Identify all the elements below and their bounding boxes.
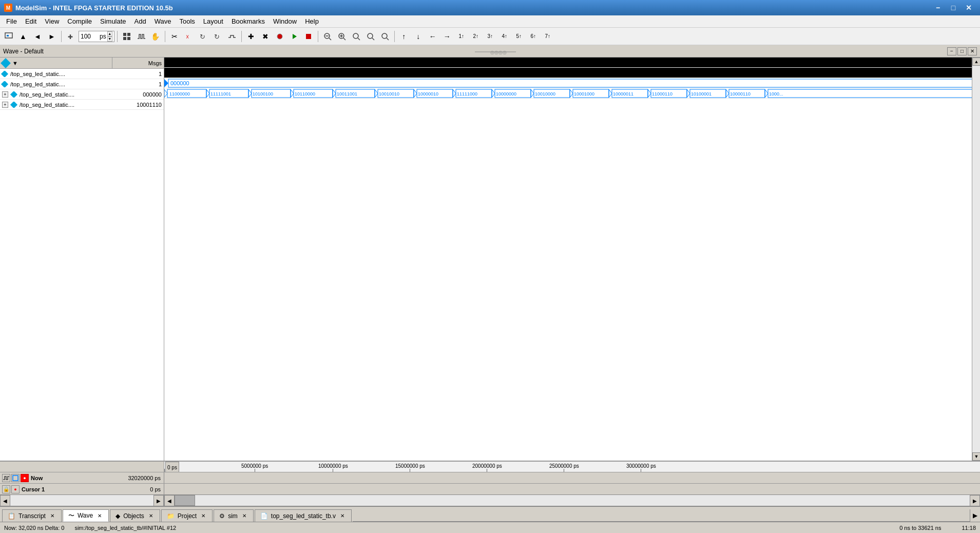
tab-wave-close[interactable]: ✕ bbox=[96, 512, 103, 519]
tb-move-btn[interactable]: ✋ bbox=[149, 30, 162, 43]
tb-cursor3-btn[interactable]: ← bbox=[426, 30, 439, 43]
tb-paste-btn[interactable]: ☓ bbox=[182, 30, 196, 43]
tab-objects[interactable]: ◆ Objects ✕ bbox=[110, 509, 160, 522]
svg-text:10100001: 10100001 bbox=[691, 91, 712, 97]
menu-compile[interactable]: Compile bbox=[63, 16, 96, 26]
menu-bookmarks[interactable]: Bookmarks bbox=[227, 16, 269, 26]
menu-window[interactable]: Window bbox=[269, 16, 301, 26]
tb-cursor1-btn[interactable]: ↑ bbox=[397, 30, 411, 43]
tb-t6-btn[interactable]: 6↑ bbox=[527, 30, 540, 43]
tab-project[interactable]: 📁 Project ✕ bbox=[161, 509, 213, 522]
tab-transcript[interactable]: 📋 Transcript ✕ bbox=[2, 509, 62, 522]
tb-zoom-sel-btn[interactable] bbox=[378, 30, 392, 43]
wave-empty-area bbox=[164, 99, 980, 304]
svg-rect-79 bbox=[13, 475, 18, 481]
vertical-scrollbar[interactable]: ▲ ▼ bbox=[972, 58, 980, 461]
tb-wave2-btn[interactable] bbox=[225, 30, 239, 43]
menu-view[interactable]: View bbox=[41, 16, 63, 26]
svg-text:11111000: 11111000 bbox=[457, 91, 477, 97]
now-icon-group: ● bbox=[2, 474, 29, 482]
tb-t7-btn[interactable]: 7↑ bbox=[541, 30, 554, 43]
menu-file[interactable]: File bbox=[2, 16, 21, 26]
expand-btn-2[interactable]: + bbox=[2, 91, 8, 98]
signal-row-2[interactable]: + /top_seg_led_static.... 000000 bbox=[0, 89, 164, 100]
hscroll-left-btn2[interactable]: ▶ bbox=[153, 495, 164, 506]
tb-zoom-in-btn[interactable] bbox=[335, 30, 349, 43]
tb-plus-btn[interactable]: ✚ bbox=[244, 30, 258, 43]
time-value-input[interactable] bbox=[81, 33, 99, 40]
signal-row-0[interactable]: /top_seg_led_static.... 1 bbox=[0, 69, 164, 79]
now-row: ● Now 32020000 ps bbox=[0, 472, 980, 484]
tab-sim[interactable]: ⚙ sim ✕ bbox=[214, 509, 254, 522]
tab-file-close[interactable]: ✕ bbox=[339, 512, 346, 520]
wave-row-1[interactable] bbox=[164, 68, 980, 78]
vscroll-up-btn[interactable]: ▲ bbox=[972, 58, 980, 66]
tab-project-label: Project bbox=[178, 512, 197, 520]
tb-undo-btn[interactable]: ↻ bbox=[197, 30, 210, 43]
obj-icon-small bbox=[11, 474, 20, 482]
hscroll-right-btn1[interactable]: ◀ bbox=[164, 495, 175, 506]
time-down-btn[interactable]: ▼ bbox=[107, 36, 112, 42]
restore-button[interactable]: □ bbox=[946, 3, 960, 13]
tb-expand-btn[interactable]: ✚ bbox=[64, 30, 78, 43]
tb-t5-btn[interactable]: 5↑ bbox=[512, 30, 526, 43]
wave-row-2[interactable]: 000000 bbox=[164, 78, 980, 88]
tb-minus-btn[interactable]: ✖ bbox=[259, 30, 272, 43]
tb-grid-btn[interactable] bbox=[120, 30, 133, 43]
tb-t1-btn[interactable]: 1↑ bbox=[455, 30, 468, 43]
wave-restore-btn[interactable]: □ bbox=[957, 47, 967, 55]
tab-wave[interactable]: 〜 Wave ✕ bbox=[63, 509, 109, 522]
tab-transcript-close[interactable]: ✕ bbox=[49, 512, 56, 520]
tb-zoom-out-btn[interactable] bbox=[321, 30, 334, 43]
menu-help[interactable]: Help bbox=[301, 16, 323, 26]
tb-t2-btn[interactable]: 2↑ bbox=[469, 30, 483, 43]
tb-forward-btn[interactable]: ► bbox=[45, 30, 59, 43]
tb-play-btn[interactable] bbox=[287, 30, 301, 43]
menu-add[interactable]: Add bbox=[130, 16, 150, 26]
menu-simulate[interactable]: Simulate bbox=[96, 16, 130, 26]
tb-select-btn[interactable] bbox=[2, 30, 15, 43]
menu-tools[interactable]: Tools bbox=[175, 16, 199, 26]
wave-row-3[interactable]: 11000000 11111001 10100100 10110000 bbox=[164, 88, 980, 99]
wave-close-btn[interactable]: ✕ bbox=[968, 47, 977, 55]
svg-text:11111001: 11111001 bbox=[210, 91, 231, 97]
svg-marker-61 bbox=[570, 89, 573, 98]
menu-bar: File Edit View Compile Simulate Add Wave… bbox=[0, 15, 980, 28]
minimize-button[interactable]: − bbox=[931, 3, 945, 13]
tab-file[interactable]: 📄 top_seg_led_static_tb.v ✕ bbox=[255, 509, 352, 522]
tb-t3-btn[interactable]: 3↑ bbox=[484, 30, 497, 43]
time-up-btn[interactable]: ▲ bbox=[107, 31, 112, 36]
wave-minimize-btn[interactable]: − bbox=[947, 47, 956, 55]
tab-fill bbox=[353, 510, 970, 522]
tb-zoom-cursor-btn[interactable] bbox=[364, 30, 377, 43]
tb-zoom-full-btn[interactable] bbox=[350, 30, 363, 43]
menu-wave[interactable]: Wave bbox=[150, 16, 176, 26]
tb-cursor2-btn[interactable]: ↓ bbox=[412, 30, 425, 43]
tb-stop-btn[interactable] bbox=[302, 30, 315, 43]
menu-layout[interactable]: Layout bbox=[199, 16, 227, 26]
expand-btn-3[interactable]: + bbox=[2, 102, 8, 108]
tab-sim-close[interactable]: ✕ bbox=[241, 512, 248, 520]
tb-cut-btn[interactable]: ✂ bbox=[168, 30, 181, 43]
tb-back-btn[interactable]: ◄ bbox=[31, 30, 44, 43]
tb-record-btn[interactable] bbox=[273, 30, 286, 43]
tab-project-close[interactable]: ✕ bbox=[200, 512, 207, 520]
signal-row-1[interactable]: /top_seg_led_static.... 1 bbox=[0, 79, 164, 89]
tab-objects-close[interactable]: ✕ bbox=[147, 512, 155, 520]
hscroll-thumb[interactable] bbox=[175, 495, 195, 506]
tb-up-btn[interactable]: ▲ bbox=[16, 30, 30, 43]
wave-row-0[interactable] bbox=[164, 58, 980, 68]
tb-cursor4-btn[interactable]: → bbox=[440, 30, 454, 43]
tb-redo-btn[interactable]: ↻ bbox=[211, 30, 224, 43]
tb-t4-btn[interactable]: 4↑ bbox=[498, 30, 511, 43]
menu-edit[interactable]: Edit bbox=[21, 16, 41, 26]
close-button[interactable]: ✕ bbox=[962, 3, 976, 13]
hscroll-left-btn1[interactable]: ◀ bbox=[0, 495, 10, 506]
tab-collapse-btn[interactable]: ▶ bbox=[970, 509, 980, 522]
svg-text:☓: ☓ bbox=[186, 33, 189, 41]
vscroll-down-btn[interactable]: ▼ bbox=[972, 452, 980, 461]
tb-wave-btn[interactable] bbox=[134, 30, 148, 43]
signal-row-3[interactable]: + /top_seg_led_static.... 10001110 bbox=[0, 100, 164, 110]
hscroll-right-btn2[interactable]: ▶ bbox=[970, 495, 980, 506]
collapse-btn[interactable]: ▼ bbox=[12, 60, 18, 66]
